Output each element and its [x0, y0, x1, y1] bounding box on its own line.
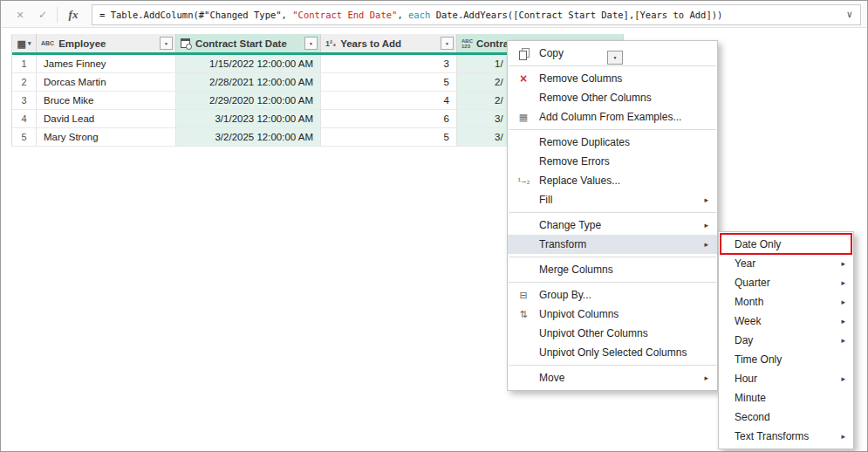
submenu-item-text-transforms[interactable]: Text Transforms ▸	[719, 427, 853, 446]
formula-segment: ,	[397, 10, 408, 20]
formula-segment: "Contract End Date"	[292, 10, 397, 20]
filter-arrow-icon: ▼	[613, 55, 618, 60]
cell-employee[interactable]: Dorcas Martin	[37, 73, 176, 92]
submenu-item-day[interactable]: Day ▸	[719, 331, 853, 350]
row-number[interactable]: 2	[12, 73, 37, 92]
cell-employee[interactable]: James Finney	[37, 55, 176, 73]
column-title: Employee	[58, 35, 106, 52]
submenu-arrow-icon: ▸	[841, 278, 845, 287]
filter-button[interactable]: ▼	[304, 37, 318, 50]
submenu-item-date-only[interactable]: Date Only	[719, 235, 853, 254]
menu-item-label: Month	[735, 296, 841, 308]
menu-item-remove-columns[interactable]: × Remove Columns	[508, 69, 717, 88]
menu-item-label: Text Transforms	[735, 430, 841, 442]
cell-years-to-add[interactable]: 5	[321, 128, 457, 147]
submenu-arrow-icon: ▸	[841, 317, 845, 325]
cell-years-to-add[interactable]: 4	[321, 92, 457, 110]
menu-item-transform[interactable]: Transform ▸	[508, 235, 717, 254]
submenu-item-year[interactable]: Year ▸	[719, 254, 853, 273]
menu-item-label: Quarter	[735, 277, 841, 289]
submenu-arrow-icon: ▸	[704, 373, 708, 382]
menu-item-label: Transform	[539, 238, 704, 250]
menu-separator	[509, 282, 716, 283]
menu-item-label: Date Only	[735, 238, 845, 250]
formula-input[interactable]: = Table.AddColumn(#"Changed Type", "Cont…	[92, 4, 861, 25]
filter-button[interactable]: ▼	[441, 37, 454, 50]
submenu-item-second[interactable]: Second	[719, 407, 853, 427]
row-number[interactable]: 3	[12, 92, 37, 110]
menu-item-unpivot-only-selected-columns[interactable]: Unpivot Only Selected Columns	[508, 343, 717, 362]
filter-arrow-icon: ▼	[164, 35, 168, 52]
menu-item-remove-errors[interactable]: Remove Errors	[508, 152, 717, 171]
menu-item-unpivot-columns[interactable]: ⇅ Unpivot Columns	[508, 305, 717, 324]
add-column-from-examples-icon: ▦	[515, 112, 532, 123]
menu-item-label: Unpivot Other Columns	[539, 327, 708, 339]
fx-icon[interactable]: fx	[60, 8, 86, 22]
copy-icon	[519, 48, 528, 58]
menu-item-label: Change Type	[539, 219, 704, 231]
filter-arrow-icon: ▼	[445, 35, 449, 52]
cell-years-to-add[interactable]: 3	[321, 55, 457, 73]
remove-columns-icon: ×	[515, 72, 532, 86]
menu-item-label: Merge Columns	[539, 264, 708, 276]
submenu-item-month[interactable]: Month ▸	[719, 292, 853, 312]
cell-contract-start[interactable]: 2/29/2020 12:00:00 AM	[176, 92, 321, 110]
menu-item-remove-duplicates[interactable]: Remove Duplicates	[508, 133, 717, 152]
transform-submenu: Date Only Year ▸ Quarter ▸ Month ▸ Week …	[718, 231, 854, 449]
column-header-contract-start-date[interactable]: Contract Start Date ▼	[176, 34, 321, 52]
datetime-type-icon	[181, 38, 190, 48]
menu-item-label: Hour	[735, 373, 841, 385]
power-query-editor-window: × ✓ fx = Table.AddColumn(#"Changed Type"…	[0, 0, 868, 452]
submenu-item-week[interactable]: Week ▸	[719, 312, 853, 331]
formula-segment: each	[408, 10, 430, 20]
cell-employee[interactable]: David Lead	[37, 110, 176, 128]
cell-contract-start[interactable]: 2/28/2021 12:00:00 AM	[176, 73, 321, 92]
divider	[57, 7, 58, 23]
table-icon: ▦	[17, 35, 26, 52]
filter-button[interactable]: ▼	[160, 37, 173, 50]
menu-item-label: Time Only	[735, 353, 845, 366]
menu-item-merge-columns[interactable]: Merge Columns	[508, 260, 717, 279]
menu-item-group-by[interactable]: ⊟ Group By...	[508, 285, 717, 305]
column-header-years-to-add[interactable]: 1²₃ Years to Add ▼	[321, 34, 457, 52]
row-number[interactable]: 4	[12, 110, 37, 128]
cell-employee[interactable]: Mary Strong	[37, 128, 176, 147]
menu-separator	[509, 212, 716, 213]
row-number[interactable]: 1	[12, 55, 37, 73]
menu-item-label: Minute	[735, 392, 845, 404]
cell-employee[interactable]: Bruce Mike	[37, 92, 176, 110]
menu-item-fill[interactable]: Fill ▸	[508, 190, 717, 209]
cancel-icon[interactable]: ×	[9, 8, 31, 22]
row-number[interactable]: 5	[12, 128, 37, 147]
menu-item-move[interactable]: Move ▸	[508, 368, 717, 387]
confirm-icon[interactable]: ✓	[31, 9, 54, 21]
menu-item-label: Remove Errors	[539, 155, 708, 168]
formula-expand-icon[interactable]: ∨	[846, 9, 860, 20]
menu-item-unpivot-other-columns[interactable]: Unpivot Other Columns	[508, 324, 717, 343]
menu-item-remove-other-columns[interactable]: Remove Other Columns	[508, 88, 717, 107]
table-menu-button[interactable]: ▦ ▾	[12, 34, 37, 52]
cell-years-to-add[interactable]: 6	[321, 110, 457, 128]
menu-item-add-column-from-examples[interactable]: ▦ Add Column From Examples...	[508, 107, 717, 127]
number-type-icon: 1²₃	[325, 35, 336, 52]
cell-contract-start[interactable]: 3/1/2023 12:00:00 AM	[176, 110, 321, 128]
submenu-item-minute[interactable]: Minute	[719, 388, 853, 407]
submenu-item-hour[interactable]: Hour ▸	[719, 369, 853, 388]
menu-item-replace-values[interactable]: ¹→₂ Replace Values...	[508, 171, 717, 190]
submenu-item-time-only[interactable]: Time Only	[719, 350, 853, 369]
submenu-arrow-icon: ▸	[841, 336, 845, 345]
menu-item-label: Remove Other Columns	[539, 92, 708, 104]
submenu-arrow-icon: ▸	[704, 195, 708, 204]
menu-item-label: Replace Values...	[539, 175, 708, 187]
column-header-employee[interactable]: ABC Employee ▼	[37, 34, 176, 52]
filter-button-contract-end[interactable]: ▼	[607, 51, 623, 65]
cell-contract-start[interactable]: 1/15/2022 12:00:00 AM	[176, 55, 321, 73]
cell-years-to-add[interactable]: 5	[321, 73, 457, 92]
menu-item-label: Add Column From Examples...	[539, 111, 708, 123]
menu-separator	[509, 365, 716, 366]
cell-contract-start[interactable]: 3/2/2025 12:00:00 AM	[176, 128, 321, 147]
menu-item-change-type[interactable]: Change Type ▸	[508, 216, 717, 235]
submenu-item-quarter[interactable]: Quarter ▸	[719, 273, 853, 292]
menu-item-label: Remove Duplicates	[539, 136, 708, 148]
submenu-arrow-icon: ▸	[704, 221, 708, 229]
